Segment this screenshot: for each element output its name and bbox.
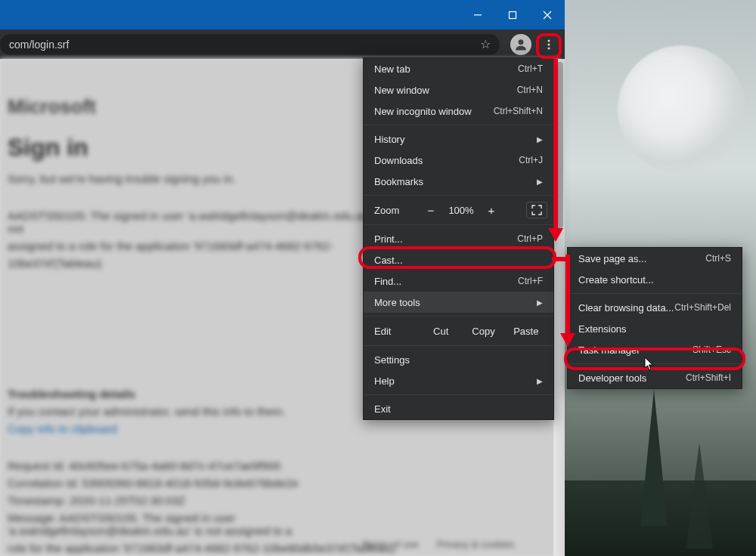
wallpaper-tree [686,443,713,548]
menu-label: Bookmarks [374,176,423,187]
menu-separator [364,394,553,395]
menu-shortcut: Ctrl+N [517,85,543,95]
menu-item-incognito[interactable]: New incognito window Ctrl+Shift+N [364,100,553,122]
menu-label: Exit [374,403,391,415]
menu-separator [364,345,553,346]
submenu-arrow-icon: ▶ [537,298,543,307]
submenu-item-create-shortcut[interactable]: Create shortcut... [568,269,742,290]
menu-label: Settings [374,354,410,366]
menu-separator [364,195,553,196]
menu-label: New incognito window [374,106,472,117]
submenu-item-extensions[interactable]: Extensions [568,318,742,339]
menu-item-settings[interactable]: Settings [364,349,553,370]
edit-cut-button[interactable]: Cut [420,326,462,337]
menu-separator [568,363,742,364]
menu-item-exit[interactable]: Exit [364,398,553,419]
scrollbar-thumb[interactable] [555,62,563,228]
menu-zoom-row: Zoom − 100% + [364,199,553,221]
menu-item-find[interactable]: Find... Ctrl+F [364,270,553,292]
fullscreen-icon[interactable] [526,202,547,218]
more-tools-submenu: Save page as... Ctrl+S Create shortcut..… [567,247,742,389]
menu-separator [364,125,553,125]
browser-main-menu: New tab Ctrl+T New window Ctrl+N New inc… [363,57,554,420]
menu-label: Extensions [578,323,627,335]
menu-shortcut: Ctrl+F [518,276,543,286]
menu-item-more-tools[interactable]: More tools ▶ [364,292,553,313]
menu-shortcut: Ctrl+P [517,233,543,244]
svg-point-5 [548,47,550,49]
menu-item-print[interactable]: Print... Ctrl+P [364,228,553,249]
url-text: com/login.srf [9,39,69,51]
window-titlebar[interactable] [0,0,565,29]
menu-edit-row: Edit Cut Copy Paste [364,320,553,342]
menu-item-bookmarks[interactable]: Bookmarks ▶ [364,171,553,192]
submenu-arrow-icon: ▶ [537,377,543,385]
menu-label: Cast... [374,255,403,266]
menu-label: Task manager [578,344,640,356]
menu-label: Help [374,375,395,387]
svg-rect-0 [474,14,482,15]
menu-label: Save page as... [578,253,646,264]
bookmark-star-icon[interactable]: ☆ [480,37,491,51]
menu-item-new-tab[interactable]: New tab Ctrl+T [364,58,553,79]
edit-paste-button[interactable]: Paste [505,326,547,337]
menu-separator [364,316,553,317]
menu-shortcut: Ctrl+Shift+I [686,372,731,383]
svg-point-4 [548,43,550,45]
browser-toolbar: com/login.srf ☆ [0,29,565,59]
zoom-in-button[interactable]: + [480,204,503,217]
menu-separator [568,293,742,294]
menu-label: Edit [374,326,420,337]
menu-shortcut: Ctrl+J [519,155,543,165]
menu-shortcut: Shift+Esc [692,344,731,355]
menu-item-help[interactable]: Help ▶ [364,370,553,391]
window-minimize-button[interactable] [460,0,495,29]
svg-point-3 [548,39,550,42]
menu-shortcut: Ctrl+T [518,63,543,74]
submenu-arrow-icon: ▶ [537,178,543,186]
menu-separator [364,224,553,225]
mouse-cursor-icon [644,357,655,372]
wallpaper-tree [640,390,668,526]
menu-label: New window [374,85,429,96]
submenu-arrow-icon: ▶ [537,135,543,144]
menu-label: New tab [374,63,411,75]
submenu-item-developer-tools[interactable]: Developer tools Ctrl+Shift+I [568,367,742,388]
menu-item-history[interactable]: History ▶ [364,128,553,150]
window-maximize-button[interactable] [495,0,530,29]
svg-point-2 [519,39,524,45]
menu-shortcut: Ctrl+Shift+N [494,106,543,116]
zoom-out-button[interactable]: − [420,204,442,217]
menu-item-downloads[interactable]: Downloads Ctrl+J [364,150,553,171]
address-bar[interactable]: com/login.srf ☆ [0,34,500,55]
menu-label: Find... [374,276,401,287]
menu-label: More tools [374,297,420,308]
menu-label: Create shortcut... [578,274,654,286]
menu-label: Developer tools [578,372,646,384]
window-close-button[interactable] [530,0,565,29]
svg-rect-1 [510,11,516,18]
menu-shortcut: Ctrl+Shift+Del [674,302,731,313]
menu-label: Clear browsing data... [578,302,674,314]
menu-item-cast[interactable]: Cast... [364,249,553,270]
menu-shortcut: Ctrl+S [705,253,731,264]
submenu-item-task-manager[interactable]: Task manager Shift+Esc [568,339,742,360]
zoom-percent: 100% [442,205,480,216]
menu-label: Print... [374,233,403,245]
edit-copy-button[interactable]: Copy [462,326,504,337]
menu-label: Zoom [374,205,420,216]
menu-label: History [374,134,404,145]
wallpaper-moon [618,45,746,174]
menu-label: Downloads [374,155,423,166]
profile-avatar-icon[interactable] [510,34,531,55]
submenu-item-save-page-as[interactable]: Save page as... Ctrl+S [568,248,742,269]
submenu-item-clear-browsing-data[interactable]: Clear browsing data... Ctrl+Shift+Del [568,297,742,318]
vertical-scrollbar[interactable] [553,59,565,556]
menu-item-new-window[interactable]: New window Ctrl+N [364,79,553,100]
menu-kebab-icon[interactable] [538,33,560,56]
